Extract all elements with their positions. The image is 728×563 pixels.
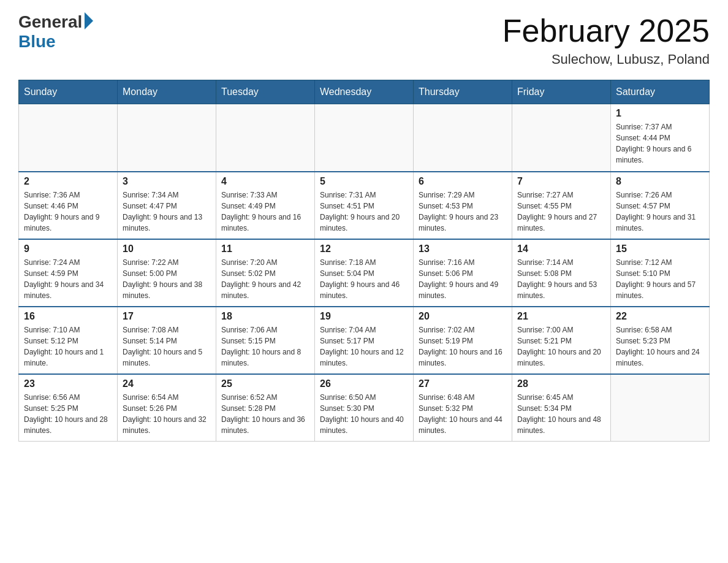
calendar-cell (512, 104, 611, 172)
calendar-cell (611, 374, 710, 442)
day-sun-info: Sunrise: 6:58 AMSunset: 5:23 PMDaylight:… (616, 324, 704, 369)
day-number: 3 (123, 176, 211, 187)
day-sun-info: Sunrise: 7:31 AMSunset: 4:51 PMDaylight:… (320, 190, 408, 234)
day-sun-info: Sunrise: 7:02 AMSunset: 5:19 PMDaylight:… (419, 324, 507, 369)
calendar-cell: 11Sunrise: 7:20 AMSunset: 5:02 PMDayligh… (216, 239, 315, 307)
calendar-cell: 23Sunrise: 6:56 AMSunset: 5:25 PMDayligh… (19, 374, 118, 442)
day-number: 23 (24, 378, 112, 389)
day-sun-info: Sunrise: 6:48 AMSunset: 5:32 PMDaylight:… (419, 392, 507, 436)
calendar-cell (19, 104, 118, 172)
calendar-cell (118, 104, 216, 172)
day-sun-info: Sunrise: 7:22 AMSunset: 5:00 PMDaylight:… (123, 257, 211, 301)
day-sun-info: Sunrise: 7:34 AMSunset: 4:47 PMDaylight:… (123, 190, 211, 234)
day-number: 19 (320, 311, 408, 322)
calendar-cell: 2Sunrise: 7:36 AMSunset: 4:46 PMDaylight… (19, 172, 118, 239)
logo: General Blue (18, 12, 93, 52)
day-sun-info: Sunrise: 6:56 AMSunset: 5:25 PMDaylight:… (24, 392, 112, 436)
calendar-cell: 22Sunrise: 6:58 AMSunset: 5:23 PMDayligh… (611, 307, 710, 374)
day-number: 20 (419, 311, 507, 322)
day-number: 16 (24, 311, 112, 322)
calendar-cell: 19Sunrise: 7:04 AMSunset: 5:17 PMDayligh… (315, 307, 414, 374)
day-sun-info: Sunrise: 7:16 AMSunset: 5:06 PMDaylight:… (419, 257, 507, 301)
calendar-header-row: SundayMondayTuesdayWednesdayThursdayFrid… (19, 80, 710, 104)
day-sun-info: Sunrise: 7:06 AMSunset: 5:15 PMDaylight:… (221, 324, 309, 369)
calendar-title: February 2025 (502, 12, 710, 49)
calendar-cell: 12Sunrise: 7:18 AMSunset: 5:04 PMDayligh… (315, 239, 414, 307)
calendar-cell: 7Sunrise: 7:27 AMSunset: 4:55 PMDaylight… (512, 172, 611, 239)
day-sun-info: Sunrise: 7:12 AMSunset: 5:10 PMDaylight:… (616, 257, 704, 301)
day-sun-info: Sunrise: 7:36 AMSunset: 4:46 PMDaylight:… (24, 190, 112, 234)
calendar-day-header: Friday (512, 80, 611, 104)
day-sun-info: Sunrise: 7:27 AMSunset: 4:55 PMDaylight:… (517, 190, 605, 234)
calendar-cell: 4Sunrise: 7:33 AMSunset: 4:49 PMDaylight… (216, 172, 315, 239)
day-sun-info: Sunrise: 7:00 AMSunset: 5:21 PMDaylight:… (517, 324, 605, 369)
day-number: 18 (221, 311, 309, 322)
day-number: 4 (221, 176, 309, 187)
calendar-day-header: Wednesday (315, 80, 414, 104)
day-number: 26 (320, 378, 408, 389)
calendar-subtitle: Sulechow, Lubusz, Poland (502, 52, 710, 67)
day-sun-info: Sunrise: 7:33 AMSunset: 4:49 PMDaylight:… (221, 190, 309, 234)
day-number: 7 (517, 176, 605, 187)
calendar-cell: 25Sunrise: 6:52 AMSunset: 5:28 PMDayligh… (216, 374, 315, 442)
day-number: 24 (123, 378, 211, 389)
day-sun-info: Sunrise: 7:29 AMSunset: 4:53 PMDaylight:… (419, 190, 507, 234)
calendar-cell: 28Sunrise: 6:45 AMSunset: 5:34 PMDayligh… (512, 374, 611, 442)
day-number: 11 (221, 243, 309, 255)
calendar-week-row: 2Sunrise: 7:36 AMSunset: 4:46 PMDaylight… (19, 172, 710, 239)
day-sun-info: Sunrise: 6:52 AMSunset: 5:28 PMDaylight:… (221, 392, 309, 436)
calendar-cell: 16Sunrise: 7:10 AMSunset: 5:12 PMDayligh… (19, 307, 118, 374)
day-number: 6 (419, 176, 507, 187)
calendar-cell: 17Sunrise: 7:08 AMSunset: 5:14 PMDayligh… (118, 307, 216, 374)
day-number: 13 (419, 243, 507, 255)
day-number: 22 (616, 311, 704, 322)
calendar-table: SundayMondayTuesdayWednesdayThursdayFrid… (18, 80, 710, 442)
calendar-cell: 13Sunrise: 7:16 AMSunset: 5:06 PMDayligh… (414, 239, 512, 307)
calendar-week-row: 1Sunrise: 7:37 AMSunset: 4:44 PMDaylight… (19, 104, 710, 172)
day-sun-info: Sunrise: 7:26 AMSunset: 4:57 PMDaylight:… (616, 190, 704, 234)
calendar-cell (414, 104, 512, 172)
calendar-cell: 14Sunrise: 7:14 AMSunset: 5:08 PMDayligh… (512, 239, 611, 307)
calendar-day-header: Thursday (414, 80, 512, 104)
day-sun-info: Sunrise: 7:18 AMSunset: 5:04 PMDaylight:… (320, 257, 408, 301)
calendar-day-header: Saturday (611, 80, 710, 104)
calendar-cell (315, 104, 414, 172)
day-sun-info: Sunrise: 7:04 AMSunset: 5:17 PMDaylight:… (320, 324, 408, 369)
calendar-cell: 3Sunrise: 7:34 AMSunset: 4:47 PMDaylight… (118, 172, 216, 239)
day-sun-info: Sunrise: 7:10 AMSunset: 5:12 PMDaylight:… (24, 324, 112, 369)
calendar-cell: 15Sunrise: 7:12 AMSunset: 5:10 PMDayligh… (611, 239, 710, 307)
calendar-cell: 24Sunrise: 6:54 AMSunset: 5:26 PMDayligh… (118, 374, 216, 442)
day-number: 17 (123, 311, 211, 322)
calendar-cell: 10Sunrise: 7:22 AMSunset: 5:00 PMDayligh… (118, 239, 216, 307)
calendar-cell (216, 104, 315, 172)
calendar-week-row: 9Sunrise: 7:24 AMSunset: 4:59 PMDaylight… (19, 239, 710, 307)
day-sun-info: Sunrise: 7:14 AMSunset: 5:08 PMDaylight:… (517, 257, 605, 301)
calendar-cell: 20Sunrise: 7:02 AMSunset: 5:19 PMDayligh… (414, 307, 512, 374)
day-number: 25 (221, 378, 309, 389)
title-section: February 2025 Sulechow, Lubusz, Poland (502, 12, 710, 67)
calendar-week-row: 16Sunrise: 7:10 AMSunset: 5:12 PMDayligh… (19, 307, 710, 374)
day-sun-info: Sunrise: 6:54 AMSunset: 5:26 PMDaylight:… (123, 392, 211, 436)
day-number: 10 (123, 243, 211, 255)
day-number: 8 (616, 176, 704, 187)
day-sun-info: Sunrise: 7:08 AMSunset: 5:14 PMDaylight:… (123, 324, 211, 369)
day-number: 12 (320, 243, 408, 255)
day-number: 9 (24, 243, 112, 255)
calendar-cell: 21Sunrise: 7:00 AMSunset: 5:21 PMDayligh… (512, 307, 611, 374)
day-sun-info: Sunrise: 6:45 AMSunset: 5:34 PMDaylight:… (517, 392, 605, 436)
day-number: 2 (24, 176, 112, 187)
calendar-cell: 27Sunrise: 6:48 AMSunset: 5:32 PMDayligh… (414, 374, 512, 442)
logo-general-text: General (18, 12, 82, 32)
day-sun-info: Sunrise: 7:37 AMSunset: 4:44 PMDaylight:… (616, 121, 704, 166)
calendar-cell: 26Sunrise: 6:50 AMSunset: 5:30 PMDayligh… (315, 374, 414, 442)
calendar-cell: 6Sunrise: 7:29 AMSunset: 4:53 PMDaylight… (414, 172, 512, 239)
logo-arrow-icon (85, 12, 93, 29)
day-number: 28 (517, 378, 605, 389)
calendar-cell: 1Sunrise: 7:37 AMSunset: 4:44 PMDaylight… (611, 104, 710, 172)
day-number: 5 (320, 176, 408, 187)
logo-blue-text: Blue (18, 32, 56, 52)
day-number: 1 (616, 108, 704, 119)
day-sun-info: Sunrise: 7:20 AMSunset: 5:02 PMDaylight:… (221, 257, 309, 301)
day-sun-info: Sunrise: 6:50 AMSunset: 5:30 PMDaylight:… (320, 392, 408, 436)
calendar-week-row: 23Sunrise: 6:56 AMSunset: 5:25 PMDayligh… (19, 374, 710, 442)
